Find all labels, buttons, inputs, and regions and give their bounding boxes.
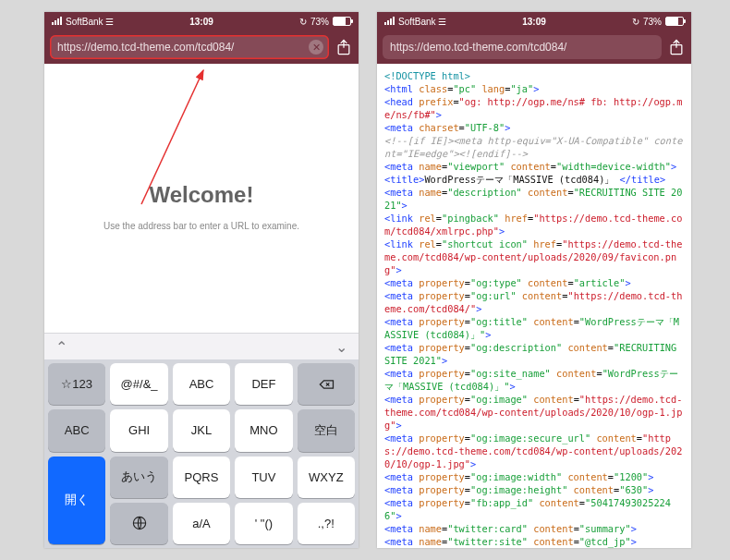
url-text: https://demo.tcd-theme.com/tcd084/ <box>390 41 566 54</box>
key-go[interactable]: 開く <box>48 457 105 545</box>
keyboard-accessory-bar: ⌃ ⌄ <box>44 333 359 359</box>
browser-navbar: https://demo.tcd-theme.com/tcd084/✕ <box>44 30 359 64</box>
key-case[interactable]: a/A <box>173 503 230 544</box>
browser-navbar: https://demo.tcd-theme.com/tcd084/ <box>377 30 691 64</box>
kb-down-icon[interactable]: ⌄ <box>335 338 347 356</box>
status-bar: SoftBank ☰ 13:09 ↻ 73% <box>377 12 691 30</box>
key-jkl[interactable]: JKL <box>173 409 230 451</box>
phone-left: SoftBank ☰ 13:09 ↻ 73% https://demo.tcd-… <box>44 12 359 548</box>
address-bar[interactable]: https://demo.tcd-theme.com/tcd084/✕ <box>50 35 329 59</box>
welcome-hint: Use the address bar to enter a URL to ex… <box>44 221 359 231</box>
status-bar: SoftBank ☰ 13:09 ↻ 73% <box>44 12 359 30</box>
key-punct[interactable]: .,?! <box>298 503 355 544</box>
phone-right: SoftBank ☰ 13:09 ↻ 73% https://demo.tcd-… <box>377 12 691 548</box>
kb-up-icon[interactable]: ⌃ <box>55 338 67 356</box>
clear-url-icon[interactable]: ✕ <box>309 40 323 55</box>
keyboard: ☆123 @#/&_ ABC DEF ABC GHI JKL MNO 空白 あい… <box>44 359 359 548</box>
key-pqrs[interactable]: PQRS <box>173 457 230 498</box>
key-abc-mode[interactable]: ABC <box>48 409 105 451</box>
battery-icon <box>665 17 684 26</box>
key-mno[interactable]: MNO <box>235 409 292 451</box>
welcome-title: Welcome! <box>44 64 359 208</box>
source-code-view[interactable]: <!DOCTYPE html> <html class="pc" lang="j… <box>377 64 691 548</box>
battery-icon <box>333 17 351 26</box>
address-bar[interactable]: https://demo.tcd-theme.com/tcd084/ <box>383 35 662 59</box>
key-wxyz[interactable]: WXYZ <box>298 457 355 498</box>
key-symbols[interactable]: @#/&_ <box>110 363 167 405</box>
share-button[interactable] <box>667 37 686 57</box>
clock: 13:09 <box>377 17 691 27</box>
key-tuv[interactable]: TUV <box>235 457 292 498</box>
key-def[interactable]: DEF <box>235 363 292 405</box>
key-ghi[interactable]: GHI <box>110 409 167 451</box>
key-123[interactable]: ☆123 <box>48 363 105 405</box>
key-quotes[interactable]: ' "() <box>235 503 292 544</box>
key-globe[interactable] <box>110 503 167 544</box>
url-text: https://demo.tcd-theme.com/tcd084/ <box>57 41 234 54</box>
key-backspace[interactable] <box>298 363 355 405</box>
key-space[interactable]: 空白 <box>298 409 355 451</box>
clock: 13:09 <box>44 17 359 27</box>
share-button[interactable] <box>335 37 353 57</box>
key-kana[interactable]: あいう <box>110 457 167 498</box>
key-abc1[interactable]: ABC <box>173 363 230 405</box>
